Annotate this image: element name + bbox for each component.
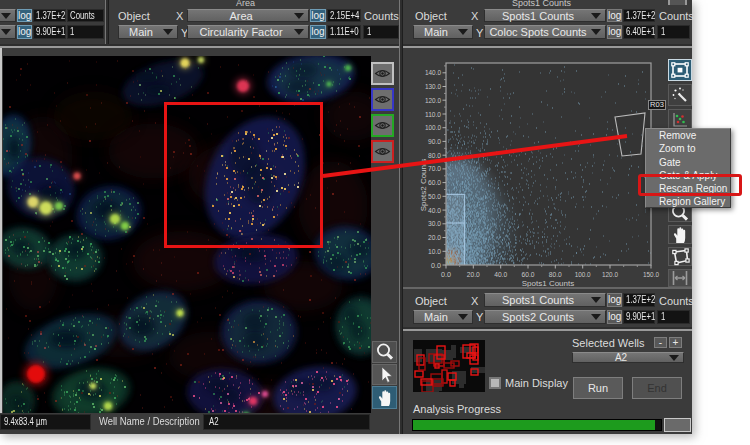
svg-text:40.0: 40.0	[494, 270, 507, 279]
svg-text:80.0: 80.0	[549, 270, 562, 279]
svg-text:0.0: 0.0	[431, 261, 441, 270]
svg-text:90.0: 90.0	[428, 137, 441, 146]
svg-text:20.0: 20.0	[428, 233, 441, 242]
svg-text:70.0: 70.0	[428, 164, 441, 173]
svg-text:0.0: 0.0	[441, 270, 451, 279]
svg-text:110.0: 110.0	[425, 110, 441, 119]
svg-text:120.0: 120.0	[425, 96, 441, 105]
svg-text:150.0: 150.0	[643, 270, 659, 279]
svg-text:Spots2 Counts: Spots2 Counts	[419, 159, 428, 211]
svg-text:60.0: 60.0	[522, 270, 535, 279]
svg-text:10.0: 10.0	[428, 247, 441, 256]
svg-text:80.0: 80.0	[428, 151, 441, 160]
svg-text:100.0: 100.0	[425, 123, 441, 132]
svg-text:100.0: 100.0	[575, 270, 591, 279]
svg-text:120.0: 120.0	[602, 270, 618, 279]
svg-text:60.0: 60.0	[428, 178, 441, 187]
svg-text:30.0: 30.0	[428, 219, 441, 228]
svg-text:50.0: 50.0	[428, 192, 441, 201]
svg-text:130.0: 130.0	[425, 82, 441, 91]
svg-text:140.0: 140.0	[425, 68, 441, 77]
svg-text:20.0: 20.0	[467, 270, 480, 279]
svg-text:40.0: 40.0	[428, 206, 441, 215]
